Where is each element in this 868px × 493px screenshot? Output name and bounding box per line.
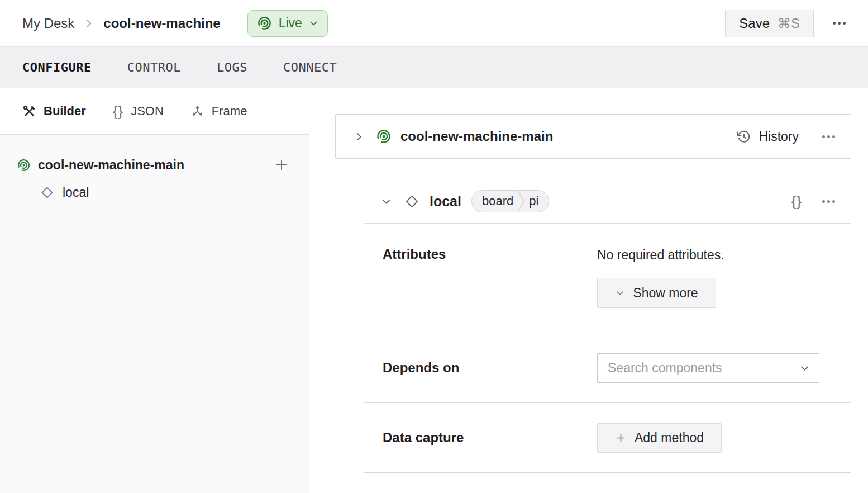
- depends-on-select[interactable]: Search components: [597, 353, 819, 383]
- top-header: My Desk cool-new-machine Live Save ⌘S: [0, 0, 868, 47]
- attributes-empty-text: No required attributes.: [597, 246, 724, 263]
- breadcrumb-current: cool-new-machine: [103, 16, 220, 31]
- broadcast-icon: [376, 129, 392, 144]
- plus-icon: [615, 432, 627, 444]
- history-button-label: History: [759, 129, 799, 144]
- nesting-connector-line: [336, 174, 336, 473]
- tab-logs[interactable]: LOGS: [217, 60, 247, 74]
- broadcast-icon: [257, 16, 272, 31]
- component-card-header: local board pi {}: [364, 179, 851, 224]
- tree-item-label: cool-new-machine-main: [38, 158, 267, 173]
- mode-json-label: JSON: [131, 104, 164, 118]
- part-card-title: cool-new-machine-main: [400, 129, 736, 144]
- braces-icon: {}: [113, 103, 123, 120]
- view-mode-switcher: Builder {} JSON Frame: [0, 88, 309, 135]
- chevron-right-icon: [83, 18, 94, 29]
- chevron-down-icon: [309, 18, 318, 28]
- live-status-badge[interactable]: Live: [247, 10, 328, 37]
- machine-tree: cool-new-machine-main local: [0, 135, 309, 206]
- depends-on-section: Depends on Search components: [364, 333, 851, 402]
- show-more-button[interactable]: Show more: [597, 278, 716, 308]
- mode-frame-label: Frame: [212, 104, 247, 118]
- save-button-label: Save: [739, 16, 770, 31]
- component-card-local: local board pi {} Attributes No required…: [364, 179, 851, 473]
- mode-json[interactable]: {} JSON: [113, 103, 164, 120]
- tree-item-component-local[interactable]: local: [0, 179, 309, 206]
- tab-configure[interactable]: CONFIGURE: [22, 60, 92, 74]
- save-button[interactable]: Save ⌘S: [725, 10, 814, 37]
- chevron-right-icon[interactable]: [354, 131, 364, 142]
- depends-on-placeholder: Search components: [608, 361, 722, 376]
- data-capture-section: Data capture Add method: [364, 402, 851, 472]
- attributes-section: Attributes No required attributes. Show …: [364, 224, 851, 333]
- breadcrumb: My Desk cool-new-machine: [22, 16, 221, 31]
- machine-tabbar: CONFIGURE CONTROL LOGS CONNECT: [0, 47, 868, 88]
- broadcast-icon: [17, 158, 31, 172]
- chevron-divider-icon: [517, 191, 526, 212]
- tree-item-machine-part[interactable]: cool-new-machine-main: [0, 151, 309, 179]
- history-clock-icon: [736, 129, 751, 144]
- component-model: pi: [526, 194, 549, 208]
- mode-builder[interactable]: Builder: [22, 104, 86, 118]
- content-area: Builder {} JSON Frame: [0, 88, 868, 493]
- config-main-panel: cool-new-machine-main History: [309, 88, 868, 493]
- data-capture-label: Data capture: [383, 430, 597, 445]
- config-sidebar: Builder {} JSON Frame: [0, 88, 309, 493]
- diamond-icon: [404, 194, 419, 209]
- component-card-title: local: [430, 193, 461, 210]
- attributes-body: No required attributes. Show more: [597, 246, 724, 311]
- show-more-label: Show more: [633, 286, 698, 301]
- tab-connect[interactable]: CONNECT: [283, 60, 337, 74]
- depends-on-label: Depends on: [383, 360, 597, 376]
- add-component-icon[interactable]: [274, 158, 289, 172]
- attributes-label: Attributes: [383, 246, 597, 311]
- add-method-button[interactable]: Add method: [597, 423, 722, 453]
- braces-icon[interactable]: {}: [791, 193, 802, 210]
- frame-axes-icon: [190, 105, 204, 118]
- header-overflow-menu-icon[interactable]: [833, 22, 846, 25]
- machine-part-card: cool-new-machine-main History: [335, 114, 851, 159]
- chevron-down-icon[interactable]: [381, 196, 392, 207]
- chevron-down-icon: [799, 363, 810, 373]
- add-method-label: Add method: [635, 430, 704, 445]
- tree-item-label: local: [63, 185, 89, 200]
- history-button[interactable]: History: [736, 129, 799, 144]
- component-type: board: [472, 194, 517, 208]
- live-status-label: Live: [279, 16, 302, 31]
- tab-control[interactable]: CONTROL: [127, 60, 181, 74]
- tools-icon: [22, 105, 36, 118]
- save-shortcut-hint: ⌘S: [778, 16, 800, 31]
- part-overflow-menu-icon[interactable]: [822, 135, 835, 138]
- mode-builder-label: Builder: [44, 104, 86, 118]
- chevron-down-icon: [615, 288, 625, 298]
- mode-frame[interactable]: Frame: [190, 104, 247, 118]
- component-overflow-menu-icon[interactable]: [822, 200, 835, 203]
- component-type-badge: board pi: [471, 190, 549, 212]
- breadcrumb-parent[interactable]: My Desk: [22, 16, 74, 31]
- diamond-icon: [40, 186, 54, 200]
